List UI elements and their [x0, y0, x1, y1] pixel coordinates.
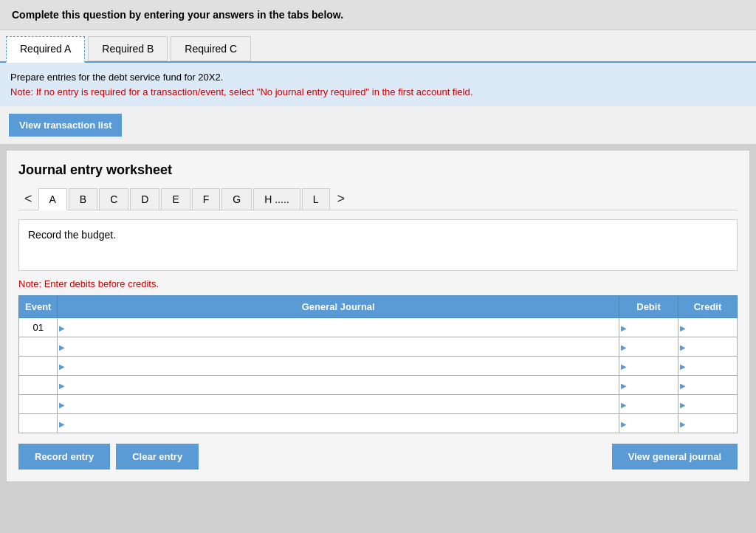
- debit-input-cell-1[interactable]: [619, 318, 678, 337]
- debit-input-cell-3[interactable]: [619, 357, 678, 376]
- right-button-group: View general journal: [612, 444, 738, 470]
- journal-input-cell-6[interactable]: [58, 414, 619, 433]
- entry-tab-l[interactable]: L: [302, 188, 330, 210]
- record-desc-text: Record the budget.: [28, 229, 116, 241]
- col-event: Event: [19, 296, 58, 318]
- credit-input-1[interactable]: [678, 318, 737, 337]
- debit-input-4[interactable]: [619, 376, 678, 394]
- debit-input-2[interactable]: [619, 337, 678, 356]
- entry-tab-a[interactable]: A: [38, 188, 67, 210]
- table-row: [19, 357, 738, 376]
- entry-tab-h[interactable]: H .....: [253, 188, 300, 210]
- left-button-group: Record entry Clear entry: [18, 444, 199, 470]
- event-cell-5: [19, 395, 58, 414]
- journal-input-cell-1[interactable]: [58, 318, 619, 337]
- tab-required-a[interactable]: Required A: [6, 36, 85, 63]
- journal-table: Event General Journal Debit Credit 01: [18, 295, 738, 433]
- journal-input-6[interactable]: [58, 414, 619, 433]
- credit-input-4[interactable]: [678, 376, 737, 394]
- table-row: [19, 395, 738, 414]
- journal-input-4[interactable]: [58, 376, 619, 394]
- event-cell-1: 01: [19, 318, 58, 337]
- journal-input-1[interactable]: [58, 318, 619, 337]
- event-cell-2: [19, 337, 58, 357]
- table-row: [19, 337, 738, 357]
- bottom-buttons: Record entry Clear entry View general jo…: [18, 444, 738, 470]
- entry-tab-g[interactable]: G: [221, 188, 252, 210]
- entry-tab-d[interactable]: D: [130, 188, 159, 210]
- instruction-main: Prepare entries for the debt service fun…: [10, 70, 746, 85]
- view-transaction-button[interactable]: View transaction list: [9, 114, 122, 137]
- debit-input-6[interactable]: [619, 414, 678, 433]
- nav-prev-arrow[interactable]: <: [18, 188, 38, 210]
- table-row: [19, 376, 738, 395]
- worksheet-title: Journal entry worksheet: [18, 162, 738, 178]
- journal-input-2[interactable]: [58, 337, 619, 356]
- journal-input-cell-2[interactable]: [58, 337, 619, 357]
- instruction-note: Note: If no entry is required for a tran…: [10, 85, 746, 100]
- credit-input-cell-6[interactable]: [678, 414, 738, 433]
- entry-tab-f[interactable]: F: [192, 188, 221, 210]
- credit-input-cell-2[interactable]: [678, 337, 738, 357]
- journal-input-5[interactable]: [58, 395, 619, 413]
- record-desc-box: Record the budget.: [18, 219, 738, 271]
- credit-input-3[interactable]: [678, 357, 737, 375]
- col-general-journal: General Journal: [58, 296, 619, 318]
- credit-input-6[interactable]: [678, 414, 737, 433]
- credit-input-cell-4[interactable]: [678, 376, 738, 395]
- journal-input-cell-3[interactable]: [58, 357, 619, 376]
- nav-next-arrow[interactable]: >: [331, 188, 351, 210]
- entry-tab-c[interactable]: C: [99, 188, 128, 210]
- journal-input-cell-5[interactable]: [58, 395, 619, 414]
- debit-input-5[interactable]: [619, 395, 678, 413]
- banner-text: Complete this question by entering your …: [12, 9, 343, 21]
- table-row: 01: [19, 318, 738, 337]
- debit-input-cell-2[interactable]: [619, 337, 678, 357]
- clear-entry-button[interactable]: Clear entry: [116, 444, 199, 470]
- note-red: Note: Enter debits before credits.: [18, 278, 738, 289]
- entry-tabs-bar: < A B C D E F G H ..... L >: [18, 188, 738, 210]
- col-debit: Debit: [619, 296, 678, 318]
- debit-input-cell-4[interactable]: [619, 376, 678, 395]
- entry-tab-e[interactable]: E: [161, 188, 190, 210]
- instruction-box: Prepare entries for the debt service fun…: [0, 63, 756, 106]
- credit-input-cell-1[interactable]: [678, 318, 738, 337]
- top-banner: Complete this question by entering your …: [0, 0, 756, 30]
- credit-input-2[interactable]: [678, 337, 737, 356]
- entry-tab-b[interactable]: B: [69, 188, 97, 210]
- event-cell-6: [19, 414, 58, 433]
- credit-input-5[interactable]: [678, 395, 737, 413]
- event-cell-3: [19, 357, 58, 376]
- worksheet-container: Journal entry worksheet < A B C D E F G …: [6, 150, 750, 482]
- tabs-bar: Required A Required B Required C: [0, 30, 756, 63]
- credit-input-cell-3[interactable]: [678, 357, 738, 376]
- record-entry-button[interactable]: Record entry: [18, 444, 110, 470]
- table-row: [19, 414, 738, 433]
- event-cell-4: [19, 376, 58, 395]
- tab-required-b[interactable]: Required B: [88, 36, 168, 61]
- debit-input-cell-5[interactable]: [619, 395, 678, 414]
- view-btn-area: View transaction list: [0, 106, 756, 144]
- view-general-journal-button[interactable]: View general journal: [612, 444, 738, 470]
- tab-required-c[interactable]: Required C: [171, 36, 251, 61]
- debit-input-cell-6[interactable]: [619, 414, 678, 433]
- debit-input-3[interactable]: [619, 357, 678, 375]
- journal-input-3[interactable]: [58, 357, 619, 375]
- col-credit: Credit: [678, 296, 738, 318]
- debit-input-1[interactable]: [619, 318, 678, 337]
- journal-input-cell-4[interactable]: [58, 376, 619, 395]
- credit-input-cell-5[interactable]: [678, 395, 738, 414]
